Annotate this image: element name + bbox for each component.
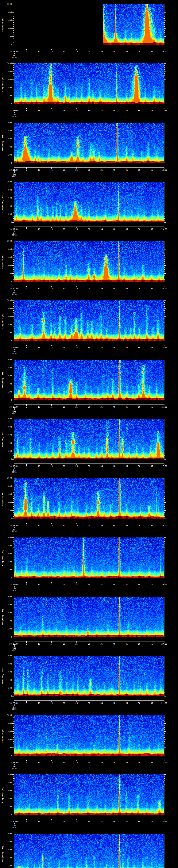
y-minor-tick (13, 780, 14, 781)
x-tick (14, 464, 14, 465)
x-start-time-label: 18:16:00 (4, 465, 24, 467)
y-tick (165, 71, 166, 72)
y-tick (165, 435, 166, 435)
x-tick-label: 45 (124, 584, 129, 586)
y-tick-label: 800 (5, 367, 12, 369)
y-minor-tick (165, 447, 165, 447)
y-minor-tick (165, 431, 165, 431)
date-year-label: 2016 (9, 768, 20, 769)
y-tick-label: 1000 (5, 596, 12, 597)
x-tick-label: 45 (124, 169, 129, 171)
x-tick (26, 227, 27, 228)
y-minor-tick (13, 382, 14, 382)
x-tick (164, 582, 165, 584)
y-minor-tick (13, 30, 14, 31)
x-start-time-label: 18:13:00 (4, 287, 24, 289)
x-tick-label: 15 (49, 702, 54, 704)
y-minor-tick (165, 218, 165, 219)
y-minor-tick (165, 719, 165, 719)
x-tick (164, 404, 165, 406)
y-tick-label: 200 (5, 213, 12, 215)
y-tick (12, 815, 14, 815)
x-tick-label: 50 (137, 169, 142, 171)
y-tick-label: 1000 (5, 477, 12, 479)
y-minor-tick (13, 335, 14, 335)
y-minor-tick (13, 846, 14, 846)
spectrogram-canvas (14, 182, 164, 222)
x-tick-label: 40 (112, 406, 117, 408)
y-minor-tick (165, 854, 165, 854)
x-tick-label: 55 (149, 347, 154, 349)
y-tick (165, 656, 166, 656)
x-tick-label: 30 (87, 228, 92, 230)
y-minor-tick (165, 26, 165, 27)
x-tick (14, 760, 14, 761)
y-minor-tick (13, 329, 14, 329)
spectrogram-canvas (14, 4, 164, 44)
y-minor-tick (165, 439, 165, 439)
x-tick-label: 50 (137, 465, 142, 467)
x-tick (26, 167, 27, 169)
y-tick-label: 200 (5, 95, 12, 96)
x-start-time-label: 18:12:00 (4, 228, 24, 230)
y-minor-tick (13, 245, 14, 245)
y-tick-label: 0 (5, 103, 12, 105)
y-minor-tick (165, 437, 165, 437)
y-minor-tick (165, 433, 165, 433)
y-minor-tick (165, 852, 165, 852)
y-minor-tick (13, 425, 14, 425)
x-tick (26, 404, 27, 406)
y-minor-tick (13, 137, 14, 137)
x-tick-label: 15 (49, 524, 54, 526)
y-tick (165, 163, 166, 163)
y-tick-label: 1000 (5, 714, 12, 716)
y-minor-tick (13, 447, 14, 447)
y-minor-tick (13, 129, 14, 129)
y-minor-tick (13, 322, 14, 323)
y-tick-label: 0 (5, 43, 12, 45)
y-tick (12, 316, 14, 317)
y-minor-tick (13, 386, 14, 386)
x-tick-label: 55 (149, 465, 154, 467)
spectrogram-panel: Frequency (Hz)10008006004002000510152025… (0, 652, 178, 711)
x-tick-label: 55 (149, 406, 154, 408)
y-minor-tick (165, 741, 165, 742)
y-minor-tick (13, 388, 14, 388)
y-minor-tick (165, 690, 165, 690)
y-minor-tick (13, 572, 14, 572)
y-tick (165, 63, 166, 64)
y-axis-title-text: Frequency (Hz) (2, 135, 4, 151)
y-tick-label: 200 (5, 450, 12, 452)
y-tick (12, 36, 14, 37)
y-tick (165, 427, 166, 427)
y-tick (12, 206, 14, 207)
y-minor-tick (13, 32, 14, 33)
x-tick-label: 5 (24, 821, 29, 823)
y-minor-tick (13, 801, 14, 801)
y-minor-tick (165, 560, 165, 560)
x-tick-label: 45 (124, 643, 129, 645)
y-minor-tick (13, 813, 14, 813)
x-tick (26, 582, 27, 584)
x-tick-label: 10 (36, 169, 41, 171)
x-tick-label: 30 (87, 524, 92, 526)
x-tick-label: 5 (24, 524, 29, 526)
y-minor-tick (13, 429, 14, 429)
y-minor-tick (165, 310, 165, 311)
x-tick (26, 464, 27, 465)
x-tick-label: 25 (74, 762, 79, 764)
y-minor-tick (165, 8, 165, 8)
y-minor-tick (165, 65, 165, 66)
y-axis-title: Frequency (Hz) (1, 360, 4, 400)
x-tick-label: 15 (49, 228, 54, 230)
x-tick-label: 15 (49, 51, 54, 53)
x-tick (14, 701, 14, 702)
x-tick (164, 819, 165, 820)
y-tick-label: 0 (5, 755, 12, 756)
y-tick-label: 600 (5, 789, 12, 792)
y-minor-tick (165, 370, 165, 370)
y-tick (12, 20, 14, 21)
y-minor-tick (165, 568, 165, 568)
spectrogram-panel: Frequency (Hz)10008006004002000510152025… (0, 592, 178, 652)
y-tick-label: 200 (5, 746, 12, 748)
